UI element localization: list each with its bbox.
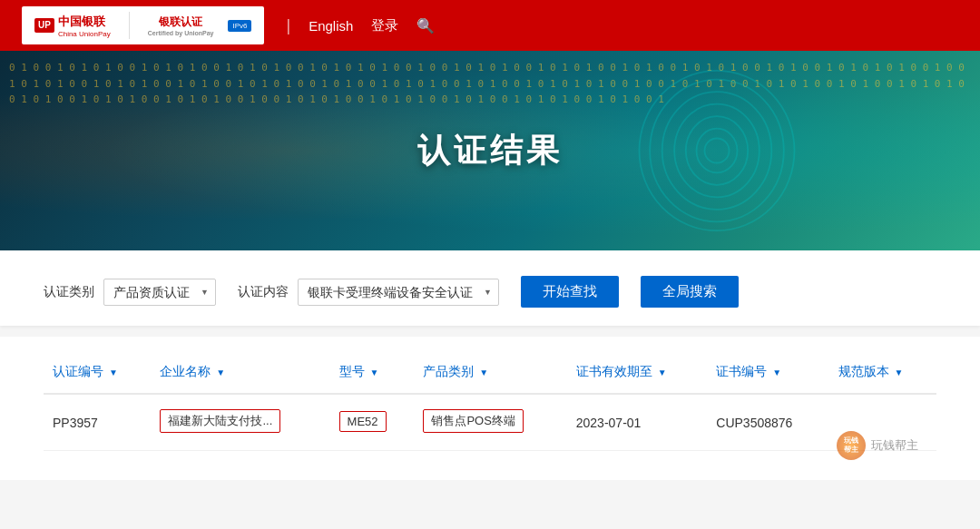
svg-point-1 (697, 129, 738, 173)
search-type-select-wrapper: 产品资质认证 (103, 279, 216, 306)
search-section: 认证类别 产品资质认证 认证内容 银联卡受理终端设备安全认证 开始查找 全局搜索 (0, 250, 980, 326)
company-outlined[interactable]: 福建新大陆支付技... (160, 409, 280, 433)
model-outlined[interactable]: ME52 (339, 411, 387, 432)
ipv6-badge: IPv6 (228, 20, 251, 32)
sort-arrow-company: ▼ (216, 367, 225, 377)
sort-arrow-model: ▼ (369, 367, 378, 377)
cell-cert-code: CUP3508876 (707, 394, 828, 451)
search-start-button[interactable]: 开始查找 (521, 276, 619, 308)
search-content-label: 认证内容 (238, 284, 289, 300)
search-type-field: 认证类别 产品资质认证 (44, 279, 216, 306)
sort-arrow-cert-no: ▼ (109, 367, 118, 377)
logo-en: China UnionPay (58, 30, 111, 38)
cell-model: ME52 (330, 394, 415, 451)
sort-arrow-product: ▼ (479, 367, 488, 377)
cell-cert-no: PP3957 (44, 394, 151, 451)
hero-title: 认证结果 (417, 129, 563, 173)
unionpay-logo: UP 中国银联 China UnionPay (34, 14, 111, 38)
fingerprint-graphic (635, 69, 799, 232)
cert-logo: 银联认证 Certified by UnionPay (148, 15, 214, 36)
table-container: 认证编号 ▼ 企业名称 ▼ 型号 ▼ 产品类别 ▼ (44, 351, 936, 451)
svg-point-5 (650, 80, 784, 222)
watermark: 玩钱帮主 玩钱帮主 (837, 431, 918, 460)
svg-point-0 (705, 139, 730, 163)
watermark-text: 玩钱帮主 (871, 437, 918, 454)
cell-valid-until: 2023-07-01 (567, 394, 708, 451)
sort-arrow-valid: ▼ (658, 367, 667, 377)
table-header: 认证编号 ▼ 企业名称 ▼ 型号 ▼ 产品类别 ▼ (44, 351, 936, 394)
search-content-select[interactable]: 银联卡受理终端设备安全认证 (298, 279, 499, 306)
hero-section: 0 1 0 0 1 0 1 0 1 0 0 1 0 1 0 1 0 0 1 0 … (0, 51, 980, 250)
nav-login[interactable]: 登录 (371, 17, 398, 34)
watermark-circle: 玩钱帮主 (837, 431, 866, 460)
search-global-button[interactable]: 全局搜索 (641, 276, 739, 308)
col-model[interactable]: 型号 ▼ (330, 351, 415, 394)
col-cert-code[interactable]: 证书编号 ▼ (707, 351, 828, 394)
results-table: 认证编号 ▼ 企业名称 ▼ 型号 ▼ 产品类别 ▼ (44, 351, 936, 451)
nav-separator: | (286, 16, 290, 35)
sort-arrow-certcode: ▼ (772, 367, 781, 377)
sort-arrow-spec: ▼ (894, 367, 903, 377)
col-cert-no[interactable]: 认证编号 ▼ (44, 351, 151, 394)
search-type-label: 认证类别 (44, 284, 94, 300)
svg-point-3 (674, 104, 760, 198)
cell-product-type: 销售点POS终端 (414, 394, 566, 451)
search-content-field: 认证内容 银联卡受理终端设备安全认证 (238, 279, 499, 306)
logo-area: UP 中国银联 China UnionPay 银联认证 Certified by… (22, 6, 264, 44)
col-valid-until[interactable]: 证书有效期至 ▼ (567, 351, 708, 394)
svg-point-4 (662, 92, 772, 210)
search-type-select[interactable]: 产品资质认证 (103, 279, 216, 306)
logo-text: 中国银联 China UnionPay (58, 14, 111, 38)
logo-cn: 中国银联 (58, 14, 111, 30)
nav-english[interactable]: English (309, 18, 353, 34)
svg-point-2 (686, 116, 748, 185)
table-body: PP3957 福建新大陆支付技... ME52 销售点POS终端 2023-07… (44, 394, 936, 451)
header-nav: | English 登录 🔍 (286, 16, 435, 35)
col-product-type[interactable]: 产品类别 ▼ (414, 351, 566, 394)
logo-divider (129, 12, 130, 39)
col-company[interactable]: 企业名称 ▼ (151, 351, 329, 394)
col-spec-version[interactable]: 规范版本 ▼ (829, 351, 936, 394)
search-icon[interactable]: 🔍 (416, 17, 435, 34)
up-badge: UP (34, 18, 54, 33)
header: UP 中国银联 China UnionPay 银联认证 Certified by… (0, 0, 980, 51)
product-type-outlined[interactable]: 销售点POS终端 (423, 409, 523, 433)
table-row: PP3957 福建新大陆支付技... ME52 销售点POS终端 2023-07… (44, 394, 936, 451)
cell-company: 福建新大陆支付技... (151, 394, 329, 451)
search-content-select-wrapper: 银联卡受理终端设备安全认证 (298, 279, 499, 306)
table-section: 认证编号 ▼ 企业名称 ▼ 型号 ▼ 产品类别 ▼ (0, 337, 980, 480)
